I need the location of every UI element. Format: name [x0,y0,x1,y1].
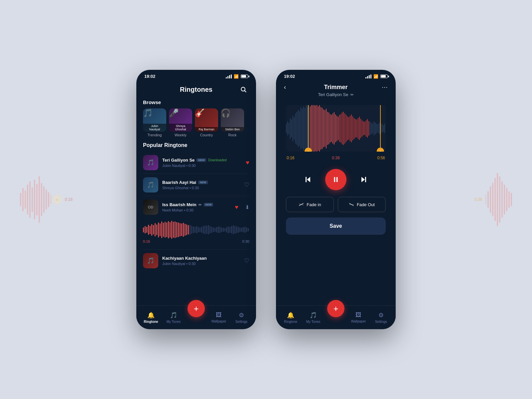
save-label: Save [330,223,342,229]
nav-mytones-2[interactable]: 🎵 My Tones [302,312,325,324]
song-title-row-1: Teri Galliyon Se NEW Downloaded [162,158,242,163]
nav-wallpaper-icon-2: 🖼 [355,312,361,319]
fade-out-button[interactable]: Fade Out [338,197,386,212]
nav-wallpaper-2[interactable]: 🖼 Wallpaper [347,312,370,323]
bg-wave-right: 0:38 [474,173,512,226]
heart-filled-icon-3: ♥ [235,204,238,210]
page-header-1: Ringtones [143,81,249,99]
song-title-row-2: Baarish Aayi Hai NEW [162,180,240,185]
bg-wave-left: ‹ 0:16 [20,176,72,223]
song-item-top-3: OD Iss Baarish Mein ✏ NEW Neeti Mohan • … [143,200,249,215]
new-badge-1: NEW [197,158,206,162]
back-button[interactable]: ‹ [284,84,295,91]
status-bar-2: 19:02 📶 [276,70,396,81]
svg-marker-6 [361,177,365,182]
nav-settings-2[interactable]: ⚙ Settings [370,312,392,324]
browse-thumb-trending: 🎵 JubinNautiyal [143,108,166,132]
nav-wallpaper-label-1: Wallpaper [211,320,226,323]
nav-settings-label-2: Settings [375,320,387,324]
save-button[interactable]: Save [286,217,386,235]
timestamp-left: 0:16 [287,156,294,160]
song-item-1[interactable]: 🎵 Teri Galliyon Se NEW Downloaded Jubin … [143,152,249,174]
waveform-mini [143,221,249,238]
song-thumb-4: 🎵 [143,253,158,268]
song-thumb-2: 🎵 [143,177,158,193]
trimmer-song-name: Teri Galliyon Se [318,92,348,97]
nav-ringtone-2[interactable]: 🔔 Ringtone [279,312,302,324]
prev-button[interactable] [301,172,315,187]
next-button[interactable] [356,172,371,187]
song-meta-2: Shreya Ghoshal • 0:30 [162,186,240,190]
song-action-3-download[interactable]: ⬇ [245,204,249,210]
song-info-1: Teri Galliyon Se NEW Downloaded Jubin Na… [162,158,242,168]
nav-mytones-1[interactable]: 🎵 My Tones [162,312,185,324]
song-action-4[interactable]: ♡ [244,257,249,264]
browse-thumb-rock: 🎧 Stebin Ben [221,108,244,132]
browse-cat-rock: Rock [221,133,244,137]
search-button[interactable] [237,83,249,95]
nav-ringtone-label-1: Ringtone [144,320,158,324]
song-item-4[interactable]: 🎵 Kachiyaan Kachiyaan Jubin Nautiyal • 0… [143,249,249,272]
browse-cat-weekly: Weekly [169,133,192,137]
trim-handle-left: ‹ [308,105,309,152]
svg-rect-4 [334,177,335,182]
browse-thumb-label-rock: Stebin Ben [221,127,244,132]
fab-button-2[interactable]: + [327,300,344,317]
page-title-1: Ringtones [155,86,237,93]
play-pause-button[interactable] [325,169,346,190]
trim-knob-right[interactable]: › [377,148,384,152]
wifi-icon-2: 📶 [373,74,378,79]
edit-song-name-icon[interactable]: ✏ [350,92,354,97]
browse-item-trending[interactable]: 🎵 JubinNautiyal Trending [143,108,166,137]
player-controls [283,169,389,190]
trim-knob-left[interactable]: ‹ [305,148,312,152]
browse-item-country[interactable]: 🎸 Raj Barman Country [195,108,218,137]
browse-item-rock[interactable]: 🎧 Stebin Ben Rock [221,108,244,137]
browse-thumb-label-country: Raj Barman [195,127,218,132]
section-title-popular: Popular Ringtone [143,142,249,148]
fab-button-1[interactable]: + [188,300,205,317]
song-info-2: Baarish Aayi Hai NEW Shreya Ghoshal • 0:… [162,180,240,190]
fade-out-label: Fade Out [357,202,375,207]
waveform-container: 0:16 0:30 [143,219,249,246]
fade-in-label: Fade in [307,202,321,207]
nav-wallpaper-label-2: Wallpaper [351,320,366,323]
heart-outline-icon-2: ♡ [244,182,249,188]
download-icon-3: ⬇ [245,204,249,210]
nav-ringtone-label-2: Ringtone [284,320,297,324]
nav-wallpaper-1[interactable]: 🖼 Wallpaper [207,312,230,323]
nav-ringtone-icon-2: 🔔 [287,312,294,319]
phone-trimmer: 19:02 📶 ‹ Trimmer ⋯ Teri Galliyon Se ✏ [276,70,396,329]
heart-outline-icon-4: ♡ [244,257,249,264]
song-action-3-like[interactable]: ♥ [235,204,238,211]
bottom-nav-1: 🔔 Ringtone 🎵 My Tones + 🖼 Wallpaper ⚙ Se… [136,305,256,329]
waveform-big: ‹ › [286,105,386,152]
new-badge-3: NEW [204,203,213,206]
status-icons-2: 📶 [365,74,388,79]
song-info-3: Iss Baarish Mein ✏ NEW Neeti Mohan • 0:3… [162,202,231,212]
song-item-2[interactable]: 🎵 Baarish Aayi Hai NEW Shreya Ghoshal • … [143,174,249,196]
bg-timestamp-left: 0:16 [65,197,72,202]
browse-label: Browse [143,99,249,105]
song-name-3: Iss Baarish Mein [162,202,197,207]
timestamp-center: 0:38 [332,156,339,160]
song-action-1[interactable]: ♥ [246,159,249,166]
browse-thumb-weekly: 🎤 ShreyaGhoshal [169,108,192,132]
song-title-row-3: Iss Baarish Mein ✏ NEW [162,202,231,207]
fade-in-button[interactable]: Fade in [286,197,334,212]
nav-settings-icon-1: ⚙ [239,312,244,319]
browse-item-weekly[interactable]: 🎤 ShreyaGhoshal Weekly [169,108,192,137]
song-name-1: Teri Galliyon Se [162,158,195,163]
waveform-times: 0:16 0:30 [143,239,249,243]
nav-ringtone-1[interactable]: 🔔 Ringtone [140,312,162,324]
browse-thumb-label-trending: JubinNautiyal [143,124,166,132]
waveform-end: 0:30 [242,239,249,243]
song-meta-4: Jubin Nautiyal • 0:30 [162,262,240,266]
song-item-3[interactable]: OD Iss Baarish Mein ✏ NEW Neeti Mohan • … [143,196,249,249]
svg-rect-3 [306,177,307,182]
waveform-timestamps: 0:16 0:38 0:56 [283,153,389,160]
song-action-2[interactable]: ♡ [244,181,249,189]
nav-settings-1[interactable]: ⚙ Settings [230,312,253,324]
battery-icon-1 [241,74,248,78]
more-button[interactable]: ⋯ [377,83,388,91]
